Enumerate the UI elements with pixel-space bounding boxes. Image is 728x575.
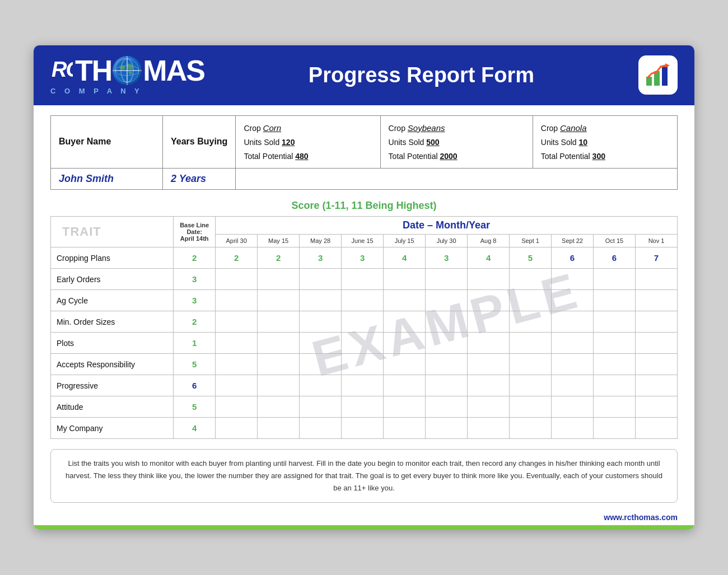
score-cell [636,396,678,418]
score-cell [300,290,342,311]
score-cell [594,418,636,439]
crop3-label: Crop Canola [541,124,587,133]
score-value: 2 [276,253,281,263]
score-cell [426,396,468,418]
score-value: 3 [360,253,365,263]
date-col-jul30: July 30 [426,235,468,247]
score-cell: 3 [426,247,468,269]
score-cell [468,311,510,333]
baseline-score: 5 [192,359,197,369]
date-col-apr30: April 30 [216,235,258,247]
score-cell [426,311,468,333]
score-value: 2 [234,253,239,263]
score-cell [258,354,300,375]
score-cell [636,311,678,333]
score-cell [510,354,552,375]
baseline-score-cell: 6 [174,375,216,396]
score-cell [216,269,258,290]
score-cell [342,333,384,354]
score-cell [594,354,636,375]
score-cell [636,269,678,290]
score-cell: 6 [594,247,636,269]
trait-row: Min. Order Sizes2 [51,311,678,333]
green-bar [34,525,694,530]
score-cell: 5 [510,247,552,269]
score-cell [258,311,300,333]
score-title: Score (1-11, 11 Being Highest) [34,200,694,212]
years-buying-label: Years Buying [171,137,227,146]
page: RC TH M [34,45,694,530]
svg-point-2 [121,59,133,82]
crop1-units: 120 [282,138,295,147]
baseline-score-cell: 2 [174,311,216,333]
date-col-may28: May 28 [300,235,342,247]
date-col-aug8: Aug 8 [468,235,510,247]
trait-name-cell: Accepts Responsibility [51,354,174,375]
trait-row: Attitude5 [51,396,678,418]
crop2-potential-label: Total Potential 2000 [389,152,458,161]
score-cell [636,333,678,354]
score-cell: 2 [258,247,300,269]
baseline-score-cell: 2 [174,247,216,269]
crop2-cell: Crop Soybeans Units Sold 500 Total Poten… [380,115,533,169]
years-value: 2 Years [171,173,206,184]
score-cell [426,375,468,396]
header-icon [638,55,678,95]
score-cell [510,269,552,290]
logo-company: C O M P A N Y [50,87,204,95]
trait-name-cell: Attitude [51,396,174,418]
logo-text: RC TH M [50,55,204,86]
logo-th: TH [75,56,111,85]
trait-name-cell: Plots [51,333,174,354]
score-cell [216,333,258,354]
score-cell [426,418,468,439]
score-cell [258,290,300,311]
score-cell [258,269,300,290]
score-cell [426,354,468,375]
logo-mas: MAS [143,56,204,85]
score-cell [510,418,552,439]
crop1-potential: 480 [295,152,308,161]
trait-row: Plots1 [51,333,678,354]
trait-name-cell: Min. Order Sizes [51,311,174,333]
score-cell [342,396,384,418]
svg-text:RC: RC [52,58,73,81]
trait-table-header-row1: TRAIT Base Line Date: April 14th Date – … [51,217,678,235]
globe-svg [115,58,139,83]
score-cell [552,269,594,290]
crop2-units: 500 [426,138,439,147]
date-col-jun15: June 15 [342,235,384,247]
trait-name-cell: Cropping Plans [51,247,174,269]
date-col-nov1: Nov 1 [636,235,678,247]
trait-name-cell: Ag Cycle [51,290,174,311]
trait-table: TRAIT Base Line Date: April 14th Date – … [50,216,678,439]
crop3-block: Crop Canola Units Sold 10 Total Potentia… [541,120,669,164]
baseline-date: April 14th [180,235,209,242]
trait-column-header: TRAIT [51,217,174,247]
score-cell [342,311,384,333]
crop1-cell: Crop Corn Units Sold 120 Total Potential… [236,115,380,169]
score-cell [594,396,636,418]
score-cell [384,269,426,290]
date-group-header: Date – Month/Year [216,217,678,235]
date-col-may15: May 15 [258,235,300,247]
score-cell [594,333,636,354]
buyer-name-value-cell: John Smith [51,169,163,190]
score-cell [552,311,594,333]
score-cell [468,269,510,290]
score-value: 7 [654,253,659,263]
score-cell [258,375,300,396]
baseline-score: 3 [192,274,197,284]
baseline-score-cell: 3 [174,269,216,290]
logo-globe [113,56,142,85]
score-cell: 3 [300,247,342,269]
crop2-units-label: Units Sold 500 [389,138,440,147]
score-cell [552,290,594,311]
score-cell [384,333,426,354]
score-cell [384,290,426,311]
score-cell [426,333,468,354]
score-value: 6 [570,253,575,263]
header: RC TH M [34,45,694,105]
baseline-column-header: Base Line Date: April 14th [174,217,216,247]
baseline-score-cell: 5 [174,354,216,375]
